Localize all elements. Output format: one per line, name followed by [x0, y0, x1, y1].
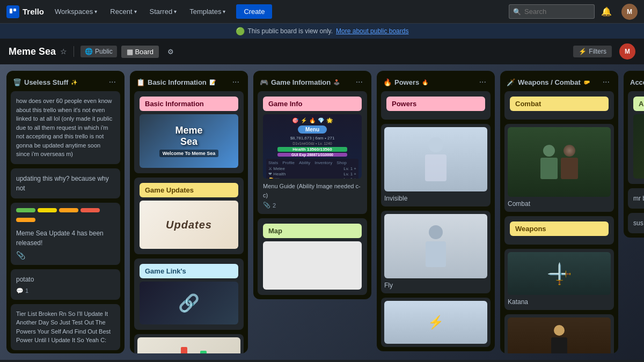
- workspaces-button[interactable]: Workspaces ▾: [50, 5, 101, 18]
- combat-image: [508, 127, 611, 197]
- game-icon-1: 🎯: [292, 117, 298, 123]
- card-weapons-header[interactable]: Weapons: [504, 216, 614, 245]
- card-game-updates[interactable]: Game Updates Updates: [134, 178, 244, 254]
- card-header-label: Map: [263, 224, 362, 238]
- card-combat-header[interactable]: Combat: [504, 91, 614, 120]
- col-cards-weapons: Combat Combat: [500, 91, 618, 353]
- globe-icon: 🌐: [85, 48, 93, 55]
- card-game-info[interactable]: Game Info 🎯 ⚡ 🔥 💎 🌟 Menu $8,781,673 | 6a…: [258, 91, 367, 214]
- column-game-info: 🎮 Game Information 🕹️ ··· Game Info 🎯 ⚡ …: [253, 71, 371, 299]
- fist-icon: 🤛: [583, 79, 590, 85]
- fire2-icon: 🔥: [422, 79, 428, 85]
- col-title-accessories: Accessories: [630, 78, 644, 86]
- board-icon: ▦: [127, 48, 133, 56]
- col-menu-button[interactable]: ···: [601, 76, 612, 88]
- card-footer: 💬 1: [16, 287, 115, 294]
- card-attachments: 📎 2: [263, 202, 362, 209]
- templates-button[interactable]: Templates ▾: [185, 5, 230, 18]
- game-info-image: 🎯 ⚡ 🔥 💎 🌟 Menu $8,781,673 | 6am • 271 D1…: [263, 114, 362, 179]
- card-combat[interactable]: Combat: [504, 124, 614, 212]
- menu-pill: Menu: [298, 125, 327, 134]
- col-header-accessories: Accessories ···: [624, 71, 644, 91]
- filters-button[interactable]: ⚡ Filters: [573, 46, 612, 57]
- fire-icon: 🔥: [383, 78, 392, 86]
- label-red: [80, 208, 100, 212]
- map-image: [263, 241, 362, 290]
- column-basic-info: 📋 Basic Information 📝 ··· Basic Informat…: [130, 71, 248, 353]
- visibility-button[interactable]: 🌐 Public: [80, 46, 117, 57]
- col-header-basic: 📋 Basic Information 📝 ···: [130, 71, 248, 91]
- card-updating[interactable]: updating this why? because why not: [11, 168, 120, 198]
- card-accessories[interactable]: Accessories 👑 🎩: [628, 91, 644, 184]
- col-cards-game: Game Info 🎯 ⚡ 🔥 💎 🌟 Menu $8,781,673 | 6a…: [253, 91, 371, 299]
- links-image: 🔗: [140, 282, 238, 324]
- board-avatar: M: [619, 43, 635, 60]
- card-katana[interactable]: ⚔️ Katana: [504, 249, 614, 310]
- controller-icon: 🎮: [260, 78, 268, 86]
- col-menu-button[interactable]: ···: [477, 76, 488, 88]
- game-icon-5: 🌟: [326, 117, 333, 123]
- card-footer: 📎: [16, 251, 115, 260]
- customize-button[interactable]: ⚙: [163, 46, 178, 58]
- chevron-down-icon: ▾: [134, 9, 137, 14]
- accessories-image: 👑 🎩: [633, 114, 644, 179]
- card-header-label: Game Link's: [140, 264, 238, 278]
- game-icon-4: 💎: [318, 117, 324, 123]
- col-header-game: 🎮 Game Information 🕹️ ···: [253, 71, 371, 91]
- board-title: Meme Sea: [9, 46, 56, 57]
- paperclip-icon: 📎: [263, 202, 270, 209]
- column-useless-stuff: 🗑️ Useless Stuff ✨ ··· how does over 60 …: [6, 71, 125, 353]
- card-game-links[interactable]: Game Link's 🔗: [134, 258, 244, 330]
- card-long-text[interactable]: how does over 60 people even know about …: [11, 91, 120, 164]
- card-invisible[interactable]: Invisible: [381, 124, 491, 206]
- search-input[interactable]: [509, 4, 595, 19]
- col-header-powers: 🔥 Powers 🔥 ···: [377, 71, 495, 91]
- svg-rect-0: [10, 9, 12, 13]
- board-header: Meme Sea ☆ 🌐 Public ▦ Board ⚙ ⚡ Filters …: [0, 39, 644, 64]
- label-row: [16, 208, 115, 225]
- card-fly[interactable]: Fly: [381, 211, 491, 293]
- chevron-down-icon: ▾: [174, 9, 177, 14]
- card-potato[interactable]: potato 💬 1: [11, 269, 120, 300]
- green-dot-icon: 🟢: [236, 27, 245, 35]
- col-cards-accessories: Accessories 👑 🎩 mr beast (5%) sus pals (…: [624, 91, 644, 238]
- column-powers: 🔥 Powers 🔥 ··· Powers Invisible: [377, 71, 495, 351]
- card-basic-info[interactable]: Basic Information MemeSea Welcome To Mem…: [134, 91, 244, 173]
- comment-count: 💬 1: [16, 287, 28, 294]
- col-menu-button[interactable]: ···: [230, 76, 241, 88]
- create-button[interactable]: Create: [236, 4, 272, 19]
- notifications-button[interactable]: 🔔: [599, 4, 614, 19]
- svg-rect-1: [13, 9, 16, 11]
- controller2-icon: 🕹️: [333, 79, 340, 85]
- col-cards-basic: Basic Information MemeSea Welcome To Mem…: [130, 91, 248, 353]
- sword-icon: 🗡️: [507, 78, 515, 86]
- board-view-button[interactable]: ▦ Board: [121, 46, 159, 58]
- card-map[interactable]: Map: [258, 218, 367, 295]
- notice-text: This public board is view only.: [248, 27, 333, 35]
- clipboard-icon: 📋: [136, 78, 145, 86]
- invisible-image: [384, 127, 487, 191]
- card-update4[interactable]: Meme Sea Update 4 has been released! 📎: [11, 203, 120, 265]
- trello-icon: [6, 5, 19, 18]
- board-header-right: ⚡ Filters M: [573, 43, 635, 60]
- card-map-img[interactable]: [134, 334, 244, 353]
- game-icon-2: ⚡: [301, 117, 307, 123]
- label-orange2: [16, 218, 35, 222]
- col-menu-button[interactable]: ···: [354, 76, 365, 88]
- col-menu-button[interactable]: ···: [107, 76, 118, 88]
- card-sus-pals[interactable]: sus pals (10%): [628, 213, 644, 233]
- col-title-game: 🎮 Game Information 🕹️: [260, 78, 354, 86]
- card-header-label: Accessories: [633, 97, 644, 111]
- card-mr-beast[interactable]: mr beast (5%): [628, 188, 644, 209]
- card-power3[interactable]: ⚡: [381, 298, 491, 347]
- card-hanger[interactable]: Hanger: [504, 314, 614, 353]
- public-boards-link[interactable]: More about public boards: [336, 27, 408, 35]
- card-powers-header[interactable]: Powers: [381, 91, 491, 120]
- star-button[interactable]: ☆: [60, 47, 67, 56]
- card-tier-list[interactable]: Tier List Broken Rn So I'll Update It An…: [11, 304, 120, 350]
- label-orange: [59, 208, 78, 212]
- starred-button[interactable]: Starred ▾: [145, 5, 181, 18]
- hanger-image: [508, 317, 611, 353]
- recent-button[interactable]: Recent ▾: [106, 5, 141, 18]
- sword-emoji: ⚔️: [546, 261, 572, 286]
